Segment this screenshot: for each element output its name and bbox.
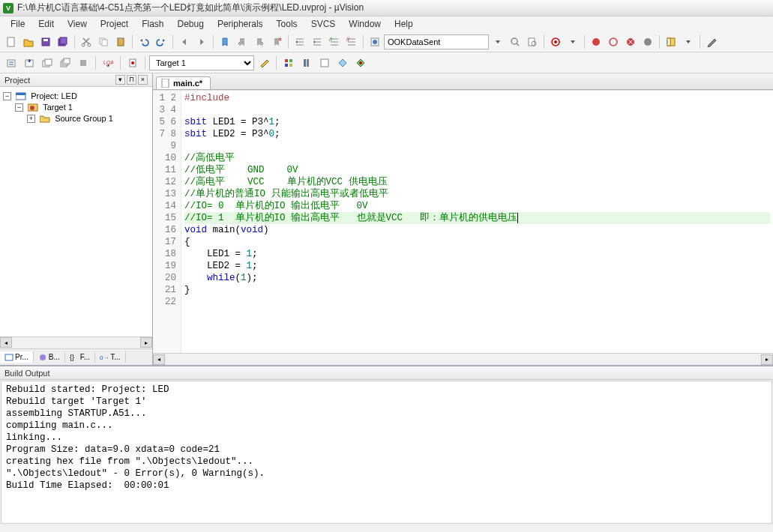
build-button[interactable] — [21, 55, 37, 71]
bookmark-prev-button[interactable] — [234, 34, 250, 50]
save-all-button[interactable] — [55, 34, 71, 50]
copy-button[interactable] — [95, 34, 112, 50]
svg-rect-33 — [80, 60, 86, 66]
project-tab-2[interactable]: {}F... — [65, 351, 95, 363]
options-button[interactable] — [256, 55, 272, 71]
indent-button[interactable] — [292, 34, 308, 50]
editor-tab-main-c[interactable]: main.c* — [156, 76, 211, 89]
templates-button[interactable] — [334, 55, 351, 71]
menu-view[interactable]: View — [61, 17, 93, 31]
scroll-left-button[interactable]: ◂ — [153, 354, 165, 365]
title-bar: V F:\单片机C语言基础\4-C51点亮第一个LED灯竟如此简单\演示例程\L… — [0, 0, 773, 16]
menu-edit[interactable]: Edit — [32, 17, 60, 31]
stop-build-button[interactable] — [75, 55, 91, 71]
source-browser-button[interactable] — [352, 55, 369, 71]
open-file-button[interactable] — [20, 34, 37, 50]
menu-tools[interactable]: Tools — [271, 17, 304, 31]
menu-project[interactable]: Project — [94, 17, 134, 31]
separator — [544, 35, 544, 49]
rebuild-button[interactable] — [39, 55, 55, 71]
project-tree[interactable]: − Project: LED − Target 1 + Source Group… — [0, 87, 152, 336]
menu-debug[interactable]: Debug — [172, 17, 210, 31]
bookmark-clear-button[interactable] — [268, 34, 285, 50]
functions-button[interactable] — [316, 55, 333, 71]
window-layout-button[interactable] — [663, 34, 679, 50]
editor-hscroll[interactable]: ◂ ▸ — [153, 353, 773, 365]
scroll-right-button[interactable]: ▸ — [761, 354, 773, 365]
find-in-files-button[interactable] — [524, 34, 541, 50]
menu-file[interactable]: File — [4, 17, 31, 31]
breakpoint-disable-button[interactable] — [605, 34, 622, 50]
download-button[interactable]: LOAD — [100, 55, 116, 71]
configure-button[interactable] — [703, 34, 720, 50]
cut-button[interactable] — [78, 34, 94, 50]
separator — [120, 56, 121, 70]
menu-flash[interactable]: Flash — [136, 17, 169, 31]
separator — [584, 35, 585, 49]
batch-build-button[interactable] — [57, 55, 73, 71]
debug-button[interactable] — [547, 34, 564, 50]
svg-point-23 — [644, 38, 652, 46]
scroll-right-button[interactable]: ▸ — [140, 337, 152, 348]
folder-icon — [40, 114, 50, 123]
project-tab-3[interactable]: 0→T... — [95, 351, 125, 363]
svg-rect-49 — [5, 354, 13, 360]
project-tab-1[interactable]: B... — [34, 351, 65, 363]
tree-collapse-icon[interactable]: − — [15, 103, 23, 112]
debug-dropdown-button[interactable] — [565, 34, 581, 50]
paste-button[interactable] — [112, 34, 129, 50]
scroll-left-button[interactable]: ◂ — [0, 337, 12, 348]
bookmark-button[interactable] — [217, 34, 233, 50]
outdent-button[interactable] — [309, 34, 325, 50]
undo-button[interactable] — [136, 34, 152, 50]
new-file-button[interactable] — [3, 34, 19, 50]
bookmark-next-button[interactable] — [251, 34, 268, 50]
svg-point-21 — [610, 38, 617, 46]
books-button[interactable] — [298, 55, 315, 71]
svg-rect-26 — [7, 60, 15, 67]
project-hscroll[interactable]: ◂ ▸ — [0, 336, 152, 348]
find-button[interactable] — [507, 34, 523, 50]
menu-help[interactable]: Help — [388, 17, 419, 31]
source-group-label[interactable]: Source Group 1 — [55, 114, 113, 123]
save-button[interactable] — [37, 34, 54, 50]
menu-peripherals[interactable]: Peripherals — [211, 17, 269, 31]
translate-button[interactable] — [3, 55, 19, 71]
project-tab-0[interactable]: Pr... — [0, 351, 34, 363]
window-dropdown-button[interactable] — [680, 34, 697, 50]
tree-collapse-icon[interactable]: − — [3, 92, 11, 100]
target-label[interactable]: Target 1 — [43, 103, 73, 112]
menu-svcs[interactable]: SVCS — [305, 17, 342, 31]
find-input[interactable] — [384, 34, 489, 49]
uncomment-button[interactable]: // — [343, 34, 360, 50]
find-dropdown-button[interactable] — [490, 34, 506, 50]
breakpoint-button[interactable] — [588, 34, 604, 50]
build-output-panel: Build Output Rebuild started: Project: L… — [0, 365, 773, 525]
breakpoint-kill-button[interactable] — [622, 34, 639, 50]
breakpoint-enable-button[interactable] — [640, 34, 656, 50]
target-select[interactable]: Target 1 — [149, 55, 254, 70]
menu-window[interactable]: Window — [343, 17, 387, 31]
svg-text:0→: 0→ — [100, 354, 109, 361]
panel-close-button[interactable]: × — [138, 75, 148, 85]
project-panel-header: Project ▾ ⊓ × — [0, 73, 152, 87]
panel-pin-button[interactable]: ⊓ — [127, 75, 136, 85]
build-output-text[interactable]: Rebuild started: Project: LED Rebuild ta… — [1, 381, 772, 524]
nav-back-button[interactable] — [176, 34, 193, 50]
code-editor[interactable]: 1 2 3 4 5 6 7 8 9 10 11 12 13 14 15 16 1… — [153, 90, 773, 353]
macro-config-button[interactable] — [367, 34, 383, 50]
tree-expand-icon[interactable]: + — [27, 115, 35, 123]
manage-button[interactable] — [280, 55, 297, 71]
comment-button[interactable]: // — [326, 34, 343, 50]
svg-rect-53 — [162, 79, 169, 88]
build-output-header: Build Output — [0, 366, 773, 380]
target-options-button[interactable] — [124, 55, 141, 71]
project-root-label[interactable]: Project: LED — [31, 91, 77, 100]
project-panel-tabs: Pr...B...{}F...0→T... — [0, 348, 152, 365]
separator — [172, 35, 173, 49]
separator — [74, 35, 75, 49]
panel-dropdown-button[interactable]: ▾ — [115, 75, 125, 85]
nav-forward-button[interactable] — [193, 34, 210, 50]
code-content[interactable]: #include sbit LED1 = P3^1; sbit LED2 = P… — [181, 91, 773, 353]
redo-button[interactable] — [153, 34, 169, 50]
